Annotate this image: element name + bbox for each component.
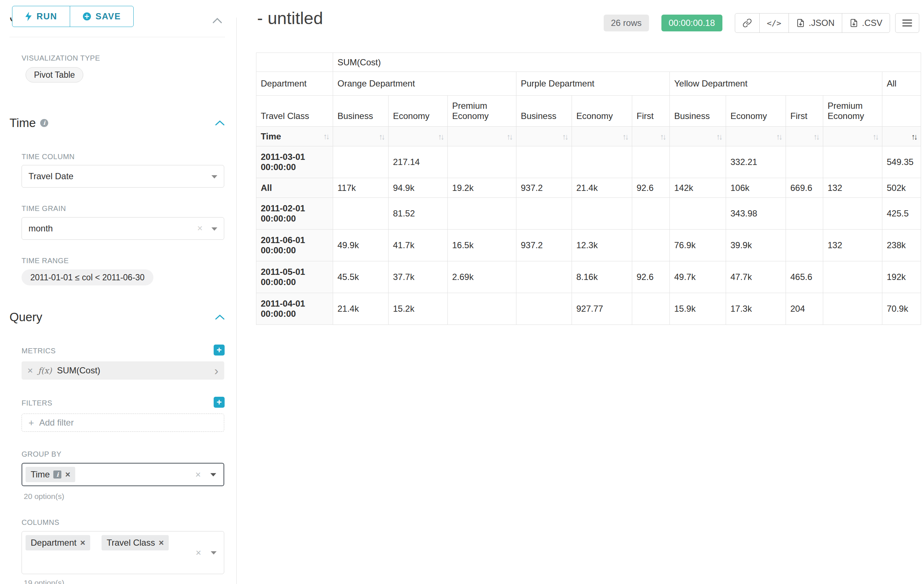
- pivot-row-label: 2011-05-01 00:00:00: [256, 262, 333, 293]
- sort-icon[interactable]: ↑↓: [438, 132, 443, 141]
- sort-icon[interactable]: ↑↓: [323, 132, 328, 141]
- group-by-token-label: Time: [31, 469, 50, 480]
- sort-icon[interactable]: ↑↓: [660, 132, 665, 141]
- sort-icon[interactable]: ↑↓: [813, 132, 818, 141]
- time-grain-label: TIME GRAIN: [21, 204, 66, 213]
- table-row: All117k94.9k19.2k937.221.4k92.6142k106k6…: [256, 178, 921, 198]
- visualization-type-value[interactable]: Pivot Table: [26, 67, 83, 82]
- pivot-sort-cell: ↑↓: [882, 127, 921, 146]
- metric-pill[interactable]: × ƒ(x) SUM(Cost) ›: [21, 361, 224, 380]
- group-by-token[interactable]: Time i ×: [26, 467, 75, 482]
- pivot-value-cell: 332.21: [726, 146, 786, 178]
- remove-token-icon[interactable]: ×: [158, 538, 163, 548]
- sort-icon[interactable]: ↑↓: [622, 132, 627, 141]
- columns-label: COLUMNS: [21, 518, 59, 527]
- pivot-value-cell: 49.9k: [333, 230, 389, 262]
- pivot-subcolumn-header: Economy: [389, 95, 448, 127]
- pivot-subcolumn-header: Economy: [726, 95, 786, 127]
- add-filter-plus-button[interactable]: +: [214, 397, 224, 408]
- pivot-value-cell: 927.77: [572, 293, 632, 325]
- columns-token[interactable]: Travel Class ×: [102, 535, 169, 550]
- pivot-subcolumn-header: First: [632, 95, 670, 127]
- time-column-select[interactable]: Travel Date: [21, 165, 224, 188]
- link-icon: [742, 18, 752, 28]
- remove-metric-icon[interactable]: ×: [27, 365, 33, 376]
- columns-token[interactable]: Department ×: [26, 535, 90, 550]
- chevron-down-icon: [211, 175, 217, 178]
- pivot-value-cell: 21.4k: [333, 293, 389, 325]
- query-section-title: Query: [10, 310, 42, 324]
- pivot-value-cell: 21.4k: [572, 178, 632, 198]
- pivot-value-cell: 41.7k: [389, 230, 448, 262]
- pivot-sort-cell: ↑↓: [448, 127, 516, 146]
- export-csv-button[interactable]: .CSV: [842, 13, 890, 33]
- remove-token-icon[interactable]: ×: [65, 469, 70, 480]
- sort-icon[interactable]: ↑↓: [776, 132, 781, 141]
- run-save-button-group: RUN SAVE: [12, 6, 134, 27]
- sort-icon[interactable]: ↑↓: [911, 132, 916, 141]
- pivot-row-label: All: [256, 178, 333, 198]
- pivot-subcolumn-header: Economy: [572, 95, 632, 127]
- pivot-value-cell: [448, 198, 516, 230]
- run-button-label: RUN: [36, 12, 57, 21]
- clear-icon[interactable]: ×: [197, 223, 203, 234]
- pivot-table-container: SUM(Cost)DepartmentOrange DepartmentPurp…: [256, 53, 921, 325]
- time-grain-select[interactable]: month ×: [21, 217, 224, 240]
- export-json-button[interactable]: .JSON: [789, 13, 842, 33]
- clear-icon[interactable]: ×: [195, 469, 201, 480]
- pivot-value-cell: [516, 146, 572, 178]
- columns-helper: 19 option(s): [24, 579, 64, 584]
- sort-icon[interactable]: ↑↓: [716, 132, 721, 141]
- query-timer-badge: 00:00:00.18: [662, 15, 723, 31]
- collapse-chevron-icon[interactable]: [215, 314, 225, 320]
- sort-icon[interactable]: ↑↓: [873, 132, 878, 141]
- copy-link-button[interactable]: [735, 13, 760, 33]
- group-by-select[interactable]: Time i × ×: [21, 463, 224, 486]
- info-icon: i: [40, 119, 48, 127]
- sort-icon[interactable]: ↑↓: [562, 132, 567, 141]
- row-count-badge: 26 rows: [604, 15, 649, 31]
- pivot-subcolumn-header: First: [786, 95, 823, 127]
- chart-title[interactable]: - untitled: [257, 8, 323, 28]
- pivot-group-header: Yellow Department: [670, 72, 882, 95]
- chevron-down-icon[interactable]: [211, 551, 216, 554]
- pivot-value-cell: [333, 198, 389, 230]
- pivot-department-label: Department: [256, 72, 333, 95]
- pivot-value-cell: [516, 198, 572, 230]
- pivot-value-cell: [823, 262, 882, 293]
- pivot-value-cell: 502k: [882, 178, 921, 198]
- query-section-header[interactable]: Query: [10, 310, 225, 324]
- pivot-value-cell: 132: [823, 230, 882, 262]
- add-filter-button[interactable]: + Add filter: [21, 413, 224, 432]
- embed-code-button[interactable]: </>: [759, 13, 789, 33]
- sort-icon[interactable]: ↑↓: [507, 132, 512, 141]
- save-button[interactable]: SAVE: [70, 6, 134, 27]
- function-icon: ƒ(x): [38, 366, 52, 375]
- add-metric-button[interactable]: +: [214, 345, 224, 355]
- pivot-sort-cell: ↑↓: [516, 127, 572, 146]
- pivot-metric-header: SUM(Cost): [333, 53, 921, 72]
- code-icon: </>: [767, 19, 782, 28]
- time-section-header[interactable]: Time i: [10, 116, 225, 130]
- time-range-value[interactable]: 2011-01-01 ≤ col < 2011-06-30: [21, 269, 153, 285]
- group-by-label: GROUP BY: [21, 450, 61, 459]
- pivot-value-cell: 94.9k: [389, 178, 448, 198]
- run-button[interactable]: RUN: [12, 6, 70, 27]
- sort-icon[interactable]: ↑↓: [379, 132, 384, 141]
- pivot-value-cell: 204: [786, 293, 823, 325]
- pivot-value-cell: [572, 198, 632, 230]
- more-options-button[interactable]: [895, 13, 919, 33]
- chevron-down-icon[interactable]: [210, 473, 216, 476]
- chevron-right-icon[interactable]: ›: [214, 364, 218, 377]
- pivot-value-cell: 425.5: [882, 198, 921, 230]
- chevron-down-icon: [211, 227, 217, 231]
- clear-icon[interactable]: ×: [196, 547, 201, 558]
- remove-token-icon[interactable]: ×: [80, 538, 85, 548]
- filters-label: FILTERS: [21, 399, 52, 407]
- columns-select[interactable]: Department × Travel Class × ×: [21, 531, 224, 574]
- pivot-value-cell: [516, 293, 572, 325]
- file-download-icon: [850, 18, 858, 28]
- lightning-icon: [25, 12, 32, 21]
- collapse-chevron-icon[interactable]: [215, 120, 225, 126]
- pivot-value-cell: 117k: [333, 178, 389, 198]
